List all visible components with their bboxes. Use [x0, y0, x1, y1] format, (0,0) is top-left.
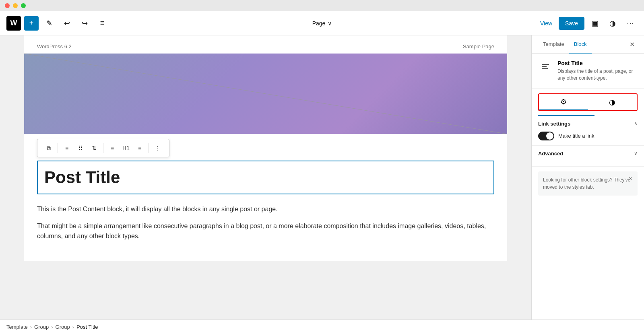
copy-block-button[interactable]: ⧉	[42, 142, 55, 155]
block-info-section: Post Title Displays the title of a post,…	[532, 54, 644, 89]
heading-level-button[interactable]: H1	[120, 142, 132, 155]
block-more-button[interactable]: ⋮	[151, 142, 164, 155]
sidebar-content: Post Title Displays the title of a post,…	[532, 54, 644, 320]
maximize-traffic-light[interactable]	[21, 3, 26, 8]
breadcrumb: Template › Group › Group › Post Title	[0, 320, 644, 334]
main-toolbar: W + ✎ ↩ ↪ ≡ Page ∨ View Save ▣ ◑ ⋯	[0, 11, 644, 35]
main-layout: WordPress 6.2 Sample Page ⧉ ≡ ⠿ ⇅ ≡ H1 ≡	[0, 35, 644, 320]
advanced-header[interactable]: Advanced ∨	[538, 151, 638, 157]
breadcrumb-post-title[interactable]: Post Title	[76, 324, 98, 330]
link-settings-section: Link settings ∧ Make title a link	[532, 116, 644, 146]
link-settings-chevron-icon: ∧	[634, 121, 638, 126]
close-traffic-light[interactable]	[5, 3, 10, 8]
editor-area: WordPress 6.2 Sample Page ⧉ ≡ ⠿ ⇅ ≡ H1 ≡	[0, 35, 531, 320]
make-title-link-toggle[interactable]	[538, 132, 554, 140]
advanced-title: Advanced	[538, 151, 563, 157]
wordpress-logo[interactable]: W	[6, 16, 21, 31]
wp-version-label: WordPress 6.2	[37, 43, 72, 49]
editor-canvas: WordPress 6.2 Sample Page ⧉ ≡ ⠿ ⇅ ≡ H1 ≡	[24, 35, 507, 261]
post-content: This is the Post Content block, it will …	[24, 204, 507, 261]
more-options-button[interactable]: ⋯	[623, 16, 638, 31]
tools-button[interactable]: ✎	[42, 16, 56, 31]
info-box-text: Looking for other block settings? They'v…	[543, 177, 631, 190]
toggle-thumb	[546, 132, 553, 140]
list-view-button[interactable]: ≡	[95, 16, 109, 31]
block-align-button[interactable]: ≡	[106, 142, 119, 155]
content-paragraph-1: This is the Post Content block, it will …	[37, 204, 494, 214]
svg-rect-2	[542, 66, 547, 67]
settings-sub-tab[interactable]: ⚙	[539, 94, 588, 110]
toolbar-separator-2	[103, 143, 103, 153]
redo-button[interactable]: ↪	[77, 16, 92, 31]
tab-block[interactable]: Block	[569, 35, 592, 54]
move-button[interactable]: ⇅	[88, 142, 101, 155]
toolbar-separator-3	[149, 143, 149, 153]
svg-rect-1	[542, 64, 549, 65]
editor-header-info: WordPress 6.2 Sample Page	[24, 35, 507, 54]
svg-line-0	[24, 54, 507, 134]
advanced-section: Advanced ∨	[532, 146, 644, 167]
right-sidebar: Template Block ✕ Post Title Displays the…	[531, 35, 644, 320]
view-button[interactable]: View	[537, 18, 555, 29]
sidebar-tabs: Template Block ✕	[532, 35, 644, 54]
settings-icon: ⚙	[560, 97, 567, 106]
post-title-block[interactable]: Post Title	[37, 161, 494, 194]
toolbar-separator-1	[58, 143, 58, 153]
title-bar	[0, 0, 644, 11]
hero-diagonal-line	[24, 54, 507, 134]
link-settings-content: Make title a link	[538, 132, 638, 140]
add-block-button[interactable]: +	[24, 16, 39, 31]
svg-rect-3	[542, 68, 548, 69]
breadcrumb-group-1[interactable]: Group	[34, 324, 49, 330]
block-details: Post Title Displays the title of a post,…	[557, 60, 638, 82]
breadcrumb-sep-3: ›	[72, 324, 74, 330]
link-settings-header[interactable]: Link settings ∧	[538, 121, 638, 127]
save-button[interactable]: Save	[559, 17, 584, 30]
drag-button[interactable]: ⠿	[74, 142, 87, 155]
sidebar-close-button[interactable]: ✕	[626, 39, 638, 50]
breadcrumb-sep-2: ›	[51, 324, 53, 330]
undo-button[interactable]: ↩	[60, 16, 74, 31]
make-title-link-row: Make title a link	[538, 132, 638, 140]
page-dropdown[interactable]: Page ∨	[308, 18, 337, 29]
page-name-label: Sample Page	[463, 43, 494, 49]
toggle-label: Make title a link	[558, 133, 594, 139]
styles-sub-tab[interactable]: ◑	[588, 94, 637, 110]
minimize-traffic-light[interactable]	[13, 3, 18, 8]
info-box-close-button[interactable]: ✕	[626, 175, 634, 183]
breadcrumb-sep-1: ›	[30, 324, 32, 330]
breadcrumb-template[interactable]: Template	[6, 324, 28, 330]
link-settings-title: Link settings	[538, 121, 570, 127]
wp-logo-text: W	[10, 19, 17, 27]
content-paragraph-2: That might be a simple arrangement like …	[37, 221, 494, 241]
text-align-button[interactable]: ≡	[133, 142, 146, 155]
hero-image	[24, 54, 507, 134]
info-box: Looking for other block settings? They'v…	[538, 171, 638, 196]
contrast-button[interactable]: ◑	[605, 16, 620, 31]
page-chevron-icon: ∨	[328, 20, 332, 27]
breadcrumb-group-2[interactable]: Group	[56, 324, 70, 330]
advanced-chevron-icon: ∨	[634, 151, 638, 156]
block-name: Post Title	[557, 60, 638, 66]
post-title-text[interactable]: Post Title	[44, 168, 487, 187]
tab-template[interactable]: Template	[538, 35, 569, 54]
layout-button[interactable]: ▣	[588, 16, 602, 31]
block-description: Displays the title of a post, page, or a…	[557, 68, 638, 82]
block-sub-tabs: ⚙ ◑	[538, 93, 638, 111]
page-label: Page	[312, 20, 326, 27]
block-toolbar: ⧉ ≡ ⠿ ⇅ ≡ H1 ≡ ⋮	[37, 139, 169, 157]
align-left-button[interactable]: ≡	[60, 142, 73, 155]
post-title-block-icon	[541, 62, 550, 72]
styles-icon: ◑	[609, 98, 615, 107]
block-type-icon	[538, 60, 553, 74]
